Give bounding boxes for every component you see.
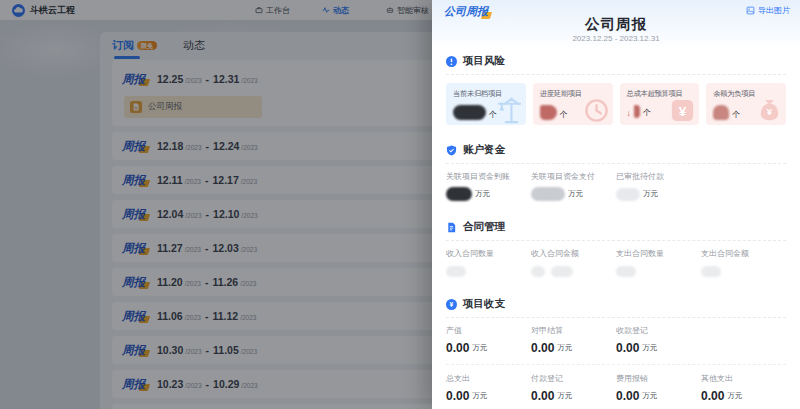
stat: 已审批待付款 万元 <box>616 171 701 201</box>
risk-card-grid: 当前未归档项目 个 进度延期项目 个 <box>446 83 786 125</box>
balance-stats-row1: 产值 0.00万元 对甲结算 0.00万元 收款登记 0.00万元 <box>446 325 786 355</box>
stat: 收款登记 0.00万元 <box>616 325 701 355</box>
redacted-value <box>446 187 472 201</box>
stat-unit: 万元 <box>643 189 658 199</box>
stat-label: 总支出 <box>446 373 531 384</box>
funds-stats: 关联项目资金到账 万元 关联项目资金支付 万元 已审批待付款 万元 <box>446 171 786 201</box>
drawer-header: 公司周报 导出图片 公司周报 2023.12.25 - 2023.12.31 <box>432 0 800 46</box>
section-title: 账户资金 <box>463 143 505 157</box>
stat-label: 付款登记 <box>531 373 616 384</box>
section-header: 合同管理 <box>446 214 786 241</box>
balance-stats-row2: 总支出 0.00万元 付款登记 0.00万元 费用报销 0.00万元 其他支出 … <box>446 373 786 403</box>
alert-icon <box>446 56 457 67</box>
stat: 总支出 0.00万元 <box>446 373 531 403</box>
svg-text:¥: ¥ <box>679 104 687 119</box>
redacted-value <box>701 266 721 277</box>
risk-card-over-budget: 总成本超预算项目 ↓ 个 ¥ <box>620 83 700 125</box>
row-divider <box>446 364 786 365</box>
risk-card-unarchived: 当前未归档项目 个 <box>446 83 526 125</box>
section-project-balance: ¥ 项目收支 产值 0.00万元 对甲结算 0.00万元 收款登记 0.00万元 <box>446 291 786 403</box>
stat-unit: 万元 <box>642 391 657 401</box>
stat-unit: 万元 <box>472 343 487 353</box>
stat: 其他支出 0.00万元 <box>701 373 786 403</box>
contract-document-icon <box>446 222 457 233</box>
stat-value: 0.00 <box>531 341 554 355</box>
stat: 费用报销 0.00万元 <box>616 373 701 403</box>
down-arrow-icon: ↓ <box>627 109 632 118</box>
stat-label: 收款登记 <box>616 325 701 336</box>
company-weekly-report-drawer: 公司周报 导出图片 公司周报 2023.12.25 - 2023.12.31 项… <box>432 0 800 409</box>
tower-crane-icon <box>496 97 523 124</box>
svg-text:¥: ¥ <box>767 106 773 117</box>
redacted-value <box>540 105 557 120</box>
stat-unit: 万元 <box>475 189 490 199</box>
stat: 关联项目资金到账 万元 <box>446 171 531 201</box>
redacted-value <box>713 105 729 120</box>
svg-text:¥: ¥ <box>450 301 454 308</box>
money-bag-icon: ¥ <box>756 97 783 124</box>
stat: 付款登记 0.00万元 <box>531 373 616 403</box>
section-project-risk: 项目风险 当前未归档项目 个 进度延期项目 <box>446 48 786 125</box>
stat: 对甲结算 0.00万元 <box>531 325 616 355</box>
stat-value: 0.00 <box>446 341 469 355</box>
stat-label: 对甲结算 <box>531 325 616 336</box>
redacted-value <box>616 188 640 201</box>
stat-label: 收入合同金额 <box>531 248 616 259</box>
stat-label: 已审批待付款 <box>616 171 701 182</box>
redacted-value <box>551 266 573 277</box>
section-title: 合同管理 <box>463 220 505 234</box>
yuan-circle-icon: ¥ <box>446 299 457 310</box>
risk-card-unit: 个 <box>643 107 651 118</box>
stat-unit: 万元 <box>642 343 657 353</box>
stat: 收入合同数量 <box>446 248 531 278</box>
redacted-value <box>531 266 545 277</box>
drawer-date-range: 2023.12.25 - 2023.12.31 <box>432 34 800 43</box>
stat-value: 0.00 <box>616 389 639 403</box>
shield-icon <box>446 145 457 156</box>
stat-label: 关联项目资金到账 <box>446 171 531 182</box>
stat-unit: 万元 <box>568 189 583 199</box>
yuan-badge-icon: ¥ <box>669 97 696 124</box>
stat: 产值 0.00万元 <box>446 325 531 355</box>
stat-unit: 万元 <box>557 343 572 353</box>
stat-value: 0.00 <box>701 389 724 403</box>
stat-unit: 万元 <box>557 391 572 401</box>
stat-value: 0.00 <box>531 389 554 403</box>
stat: 支出合同金额 <box>701 248 786 278</box>
stat-label: 收入合同数量 <box>446 248 531 259</box>
stat: 支出合同数量 <box>616 248 701 278</box>
redacted-value <box>616 266 636 277</box>
redacted-value <box>446 266 466 277</box>
redacted-value <box>531 187 565 201</box>
stat: 收入合同金额 <box>531 248 616 278</box>
stat-label: 产值 <box>446 325 531 336</box>
stat-value: 0.00 <box>446 389 469 403</box>
redacted-value <box>634 105 640 118</box>
section-title: 项目收支 <box>463 297 505 311</box>
risk-card-unit: 个 <box>732 109 740 120</box>
risk-card-delayed: 进度延期项目 个 <box>533 83 613 125</box>
stat-value: 0.00 <box>616 341 639 355</box>
drawer-body: 项目风险 当前未归档项目 个 进度延期项目 <box>432 46 800 409</box>
section-header: 项目风险 <box>446 48 786 75</box>
section-title: 项目风险 <box>463 54 505 68</box>
drawer-title: 公司周报 <box>432 15 800 34</box>
section-header: ¥ 项目收支 <box>446 291 786 318</box>
risk-card-unit: 个 <box>560 109 568 120</box>
stat-label: 支出合同数量 <box>616 248 701 259</box>
redacted-value <box>453 105 486 120</box>
image-export-icon <box>746 6 755 15</box>
section-account-funds: 账户资金 关联项目资金到账 万元 关联项目资金支付 万元 已审批待付款 万元 <box>446 137 786 201</box>
stat-label: 关联项目资金支付 <box>531 171 616 182</box>
section-header: 账户资金 <box>446 137 786 164</box>
contract-stats: 收入合同数量 收入合同金额 支出合同数量 支出合同金额 <box>446 248 786 278</box>
stat-unit: 万元 <box>727 391 742 401</box>
section-contract-management: 合同管理 收入合同数量 收入合同金额 支出合同数量 支出合同金额 <box>446 214 786 278</box>
stat-unit: 万元 <box>472 391 487 401</box>
stat-label: 其他支出 <box>701 373 786 384</box>
risk-card-negative-balance: 余额为负项目 个 ¥ <box>706 83 786 125</box>
stat-label: 费用报销 <box>616 373 701 384</box>
clock-icon <box>583 97 610 124</box>
stat-label: 支出合同金额 <box>701 248 786 259</box>
stat: 关联项目资金支付 万元 <box>531 171 616 201</box>
